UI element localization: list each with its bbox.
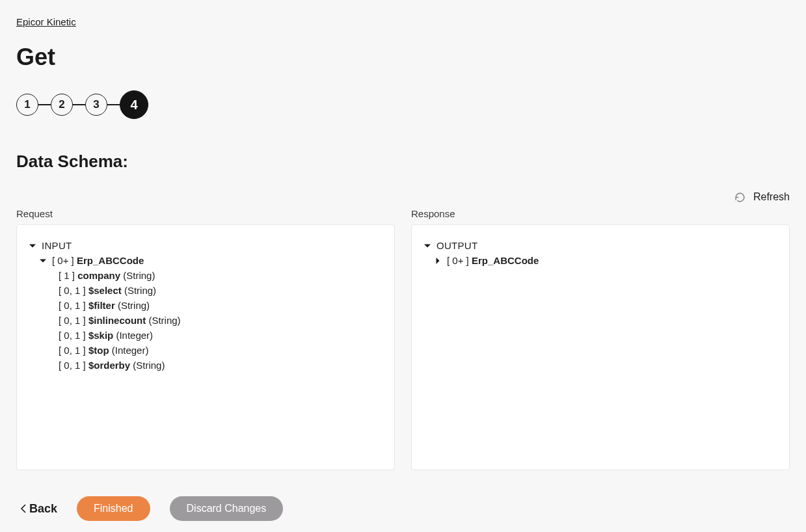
chevron-down-icon: [423, 242, 431, 250]
step-connector: [38, 104, 51, 105]
entity-name: Erp_ABCCode: [77, 255, 144, 266]
field-type: (Integer): [112, 345, 149, 356]
step-connector: [107, 104, 120, 105]
step-2[interactable]: 2: [51, 94, 73, 116]
field-name-label: $filter: [88, 300, 115, 311]
breadcrumb-link[interactable]: Epicor Kinetic: [16, 16, 76, 27]
refresh-label: Refresh: [753, 191, 790, 203]
field-name-label: $select: [88, 285, 122, 296]
chevron-down-icon: [29, 242, 36, 250]
tree-entity-erp-abccode-out[interactable]: [ 0+ ] Erp_ABCCode: [423, 253, 777, 268]
tree-root-label: OUTPUT: [437, 240, 477, 251]
chevron-right-icon: [434, 257, 442, 265]
field-type: (String): [148, 315, 180, 326]
field-type: (String): [133, 360, 165, 371]
request-panel: INPUT [ 0+ ] Erp_ABCCode [ 1 ] company (…: [16, 224, 395, 470]
chevron-down-icon: [39, 257, 47, 265]
field-name-label: $top: [88, 345, 109, 356]
field-top[interactable]: [ 0, 1 ] $top (Integer): [29, 343, 383, 358]
request-column: Request INPUT [ 0+ ] Erp_ABCCode [ 1 ] c: [16, 208, 395, 470]
response-column: Response OUTPUT [ 0+ ] Erp_ABCCode: [411, 208, 790, 470]
back-label: Back: [29, 502, 57, 516]
step-connector: [73, 104, 85, 105]
discard-changes-button[interactable]: Discard Changes: [170, 496, 284, 521]
step-1[interactable]: 1: [16, 94, 38, 116]
field-name-label: $skip: [88, 330, 113, 341]
stepper: 1 2 3 4: [16, 90, 790, 119]
refresh-icon: [734, 192, 746, 203]
field-name-label: company: [77, 270, 120, 281]
field-type: (String): [123, 270, 155, 281]
field-cardinality: [ 0, 1 ]: [59, 300, 86, 311]
field-cardinality: [ 1 ]: [59, 270, 75, 281]
field-cardinality: [ 0, 1 ]: [59, 360, 86, 371]
refresh-button[interactable]: Refresh: [734, 191, 790, 203]
field-type: (Integer): [116, 330, 153, 341]
field-company[interactable]: [ 1 ] company (String): [29, 268, 383, 283]
finished-button[interactable]: Finished: [77, 496, 150, 521]
footer-actions: Back Finished Discard Changes: [16, 496, 790, 521]
field-filter[interactable]: [ 0, 1 ] $filter (String): [29, 298, 383, 313]
entity-cardinality: [ 0+ ]: [447, 255, 469, 266]
step-4[interactable]: 4: [120, 90, 148, 119]
response-label: Response: [411, 208, 790, 219]
section-title: Data Schema:: [16, 152, 790, 172]
page-title: Get: [16, 44, 790, 71]
field-cardinality: [ 0, 1 ]: [59, 315, 86, 326]
tree-root-input[interactable]: INPUT: [29, 238, 383, 253]
field-cardinality: [ 0, 1 ]: [59, 285, 86, 296]
entity-name: Erp_ABCCode: [472, 255, 539, 266]
tree-root-output[interactable]: OUTPUT: [423, 238, 777, 253]
tree-root-label: INPUT: [42, 240, 72, 251]
field-name-label: $inlinecount: [88, 315, 146, 326]
entity-cardinality: [ 0+ ]: [52, 255, 74, 266]
field-skip[interactable]: [ 0, 1 ] $skip (Integer): [29, 328, 383, 343]
chevron-left-icon: [20, 504, 27, 513]
field-orderby[interactable]: [ 0, 1 ] $orderby (String): [29, 358, 383, 373]
field-select[interactable]: [ 0, 1 ] $select (String): [29, 283, 383, 298]
response-panel: OUTPUT [ 0+ ] Erp_ABCCode: [411, 224, 790, 470]
back-button[interactable]: Back: [20, 502, 57, 516]
step-3[interactable]: 3: [85, 94, 107, 116]
field-type: (String): [124, 285, 156, 296]
tree-entity-erp-abccode[interactable]: [ 0+ ] Erp_ABCCode: [29, 253, 383, 268]
request-label: Request: [16, 208, 395, 219]
field-name-label: $orderby: [88, 360, 130, 371]
field-type: (String): [118, 300, 150, 311]
field-cardinality: [ 0, 1 ]: [59, 345, 86, 356]
field-cardinality: [ 0, 1 ]: [59, 330, 86, 341]
field-inlinecount[interactable]: [ 0, 1 ] $inlinecount (String): [29, 313, 383, 328]
